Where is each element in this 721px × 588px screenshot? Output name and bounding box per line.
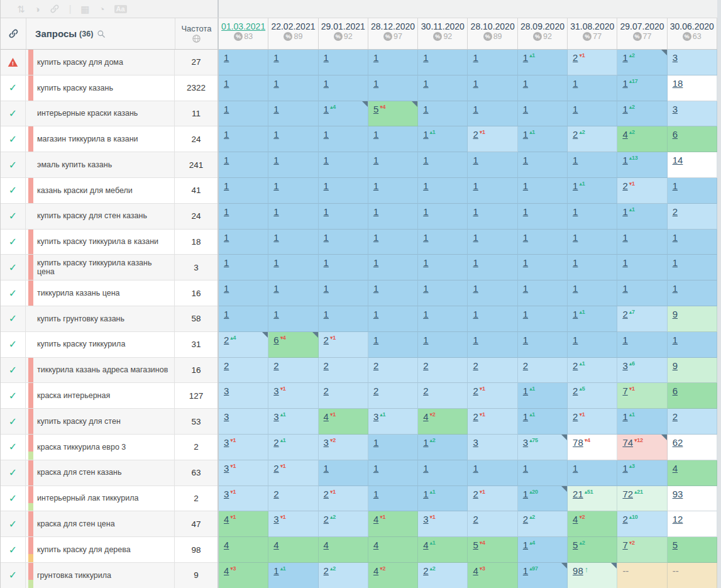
position-link[interactable]: 7	[622, 540, 627, 550]
position-link[interactable]: 5	[473, 540, 478, 550]
position-link[interactable]: 78	[573, 437, 583, 448]
position-link[interactable]: 1	[423, 489, 428, 499]
position-cell[interactable]: 2	[268, 358, 318, 384]
date-label[interactable]: 28.09.2020	[520, 21, 564, 31]
position-cell[interactable]: 1	[219, 178, 268, 204]
position-cell[interactable]: 2▾1	[319, 486, 368, 512]
position-link[interactable]: 18	[673, 78, 683, 89]
check-icon[interactable]: ✓	[1, 230, 26, 255]
position-cell[interactable]: 1	[268, 50, 318, 75]
position-cell[interactable]: 2▴2	[568, 126, 617, 152]
position-cell[interactable]: 1	[219, 255, 268, 280]
position-cell[interactable]: 1	[268, 255, 318, 280]
position-link[interactable]: 1	[373, 463, 378, 474]
position-link[interactable]: 74	[622, 437, 633, 448]
position-link[interactable]: 1	[273, 565, 278, 576]
position-link[interactable]: 1	[473, 309, 478, 319]
position-cell[interactable]: 2▾1	[617, 178, 667, 204]
position-cell[interactable]: 1	[219, 152, 268, 178]
position-cell[interactable]: 2▴2	[418, 563, 468, 588]
query-text[interactable]: купить краску тиккурила казань цена	[37, 258, 170, 277]
position-link[interactable]: 2	[273, 437, 278, 448]
position-link[interactable]: 1	[622, 155, 627, 165]
position-cell[interactable]: 1	[468, 460, 517, 486]
position-link[interactable]: 1	[622, 257, 627, 268]
position-link[interactable]: 2	[573, 360, 578, 371]
position-link[interactable]: 4	[324, 540, 329, 550]
position-link[interactable]: 1	[473, 104, 478, 114]
position-cell[interactable]: 1	[518, 332, 568, 358]
position-cell[interactable]: 4▾1	[219, 511, 268, 537]
position-cell[interactable]: 1	[319, 126, 368, 152]
check-icon[interactable]: ✓	[1, 178, 26, 204]
position-cell[interactable]: 1	[518, 306, 568, 332]
position-link[interactable]: 2	[324, 335, 329, 345]
position-cell[interactable]: 1	[368, 50, 418, 75]
position-cell[interactable]: 6	[668, 383, 717, 409]
position-link[interactable]: 5	[573, 540, 578, 550]
position-link[interactable]: 1	[373, 78, 378, 89]
position-link[interactable]: 1	[273, 232, 278, 243]
position-cell[interactable]: 2▾1	[319, 332, 368, 358]
query-text[interactable]: купить краску для стен казань	[37, 211, 147, 220]
position-link[interactable]: 2	[573, 411, 578, 422]
position-link[interactable]: 1	[324, 257, 329, 268]
position-cell[interactable]: 1	[319, 230, 368, 255]
position-link[interactable]: 1	[523, 52, 528, 63]
position-cell[interactable]: 1	[668, 255, 717, 280]
date-label[interactable]: 28.10.2020	[471, 21, 515, 31]
position-link[interactable]: 2	[573, 52, 578, 63]
position-cell[interactable]: 1	[268, 230, 318, 255]
check-icon[interactable]: ✓	[1, 152, 26, 178]
position-cell[interactable]: 4▾3	[219, 563, 268, 588]
query-cell[interactable]: купить краску тиккурила	[26, 332, 175, 358]
position-link[interactable]: 3	[273, 514, 278, 524]
position-link[interactable]: 2	[273, 360, 278, 371]
position-link[interactable]: 1	[273, 155, 278, 165]
position-link[interactable]: 4	[473, 565, 478, 576]
position-link[interactable]: 72	[622, 489, 633, 499]
position-link[interactable]: 1	[473, 257, 478, 268]
position-cell[interactable]: 9	[668, 306, 717, 332]
position-link[interactable]: 1	[573, 283, 578, 294]
position-link[interactable]: 2	[573, 386, 578, 396]
position-link[interactable]: 2	[473, 489, 478, 499]
position-link[interactable]: 3	[224, 437, 229, 448]
position-cell[interactable]: 4	[268, 537, 318, 563]
position-cell[interactable]: 4▾2	[368, 563, 418, 588]
date-column-header-30.11.2020[interactable]: 30.11.2020%92	[418, 18, 468, 49]
position-cell[interactable]: 1	[568, 460, 617, 486]
position-cell[interactable]: 2	[219, 358, 268, 384]
position-cell[interactable]: 3▾1	[219, 486, 268, 512]
position-cell[interactable]: 1	[418, 280, 468, 306]
position-cell[interactable]: 74▾12	[617, 435, 667, 460]
position-cell[interactable]: 12	[668, 511, 717, 537]
position-cell[interactable]: 2▴7	[617, 306, 667, 332]
check-icon[interactable]: ✓	[1, 126, 26, 152]
position-link[interactable]: 1	[523, 232, 528, 243]
position-cell[interactable]: 1▴1	[418, 486, 468, 512]
position-cell[interactable]: 1	[319, 75, 368, 101]
position-cell[interactable]: 1▴1	[418, 126, 468, 152]
position-link[interactable]: 62	[673, 437, 683, 448]
position-link[interactable]: 1	[423, 309, 428, 319]
position-link[interactable]: 1	[622, 463, 627, 474]
position-cell[interactable]: 2	[418, 383, 468, 409]
position-cell[interactable]: 1	[468, 178, 517, 204]
position-cell[interactable]: 1	[418, 204, 468, 230]
position-cell[interactable]: 4▾3	[468, 563, 517, 588]
position-cell[interactable]: 2	[468, 511, 517, 537]
position-link[interactable]: 3	[523, 437, 528, 448]
position-link[interactable]: 1	[273, 309, 278, 319]
position-cell[interactable]: 3▴6	[617, 358, 667, 384]
position-link[interactable]: 1	[373, 180, 378, 191]
position-cell[interactable]: 1▴1	[568, 178, 617, 204]
position-link[interactable]: 7	[622, 386, 627, 396]
position-cell[interactable]: 1	[418, 332, 468, 358]
position-link[interactable]: 2	[523, 360, 528, 371]
position-cell[interactable]: 1	[468, 332, 517, 358]
position-link[interactable]: 1	[224, 78, 229, 89]
position-cell[interactable]: 1▴2	[418, 435, 468, 460]
query-cell[interactable]: эмаль купить казань	[26, 152, 175, 178]
position-link[interactable]: 1	[224, 309, 229, 319]
